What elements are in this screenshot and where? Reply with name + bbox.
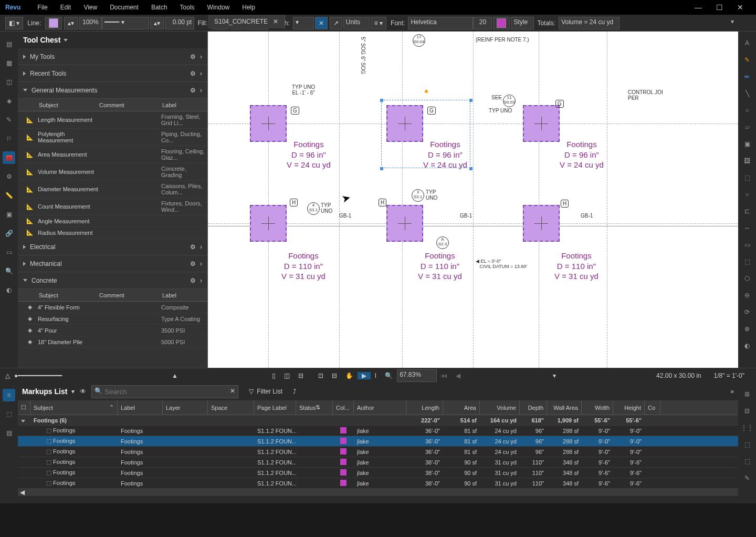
- col-height[interactable]: Height: [613, 400, 645, 415]
- tool-icon[interactable]: ↔: [741, 222, 753, 234]
- col-space[interactable]: Space: [208, 400, 254, 415]
- col-wall-area[interactable]: Wall Area: [547, 400, 582, 415]
- col-page[interactable]: Page Label: [254, 400, 296, 415]
- maximize-button[interactable]: ☐: [709, 3, 730, 12]
- menu-help[interactable]: Help: [236, 4, 261, 11]
- close-button[interactable]: ✕: [730, 3, 751, 12]
- clear-search-icon[interactable]: ✕: [230, 387, 235, 395]
- col-co[interactable]: Co: [645, 400, 660, 415]
- shape-tool-icon[interactable]: ○: [741, 104, 753, 117]
- selection-handle[interactable]: [469, 98, 473, 102]
- selection-handle[interactable]: [380, 167, 384, 171]
- hatch-select[interactable]: ▾: [293, 17, 314, 29]
- tool-icon[interactable]: ⬚: [741, 455, 753, 468]
- col-width[interactable]: Width: [582, 400, 613, 415]
- checkbox-header[interactable]: ☐: [18, 400, 30, 415]
- text-style-select[interactable]: Style: [511, 17, 534, 29]
- expand-icon[interactable]: ›: [200, 277, 202, 284]
- tool-row[interactable]: 📐 Angle Measurement: [18, 215, 207, 227]
- endcap-button[interactable]: ↗: [330, 17, 342, 29]
- col-comment[interactable]: Comment: [99, 102, 162, 108]
- page-scale[interactable]: 1/8" = 1'-0": [713, 372, 744, 379]
- horizontal-scrollbar[interactable]: ◀: [18, 489, 738, 496]
- section-my-tools[interactable]: My Tools ⚙ ›: [18, 48, 207, 65]
- gear-icon[interactable]: ⚙: [190, 53, 196, 60]
- font-select[interactable]: Helvetica: [408, 17, 473, 29]
- eraser-tool-icon[interactable]: ○: [741, 188, 753, 201]
- tool-row[interactable]: 📐 Count Measurement Fixtures, Doors, Win…: [18, 198, 207, 215]
- close-icon[interactable]: ✕: [273, 18, 278, 25]
- hide-markups-icon[interactable]: 👁: [80, 388, 86, 395]
- flags-icon[interactable]: ⚐: [3, 132, 15, 145]
- markups-row[interactable]: ⬚ Footings Footings S1.1.2 FOUN... jlake…: [18, 457, 738, 468]
- col-layer[interactable]: Layer: [163, 400, 208, 415]
- tool-row[interactable]: 📐 Radius Measurement: [18, 227, 207, 239]
- layers-icon[interactable]: ◈: [3, 95, 15, 107]
- prev-page-icon[interactable]: ◀: [452, 372, 465, 379]
- units-select[interactable]: Units: [343, 17, 370, 29]
- single-page-icon[interactable]: ▯: [268, 372, 280, 379]
- col-author[interactable]: Author: [354, 400, 406, 415]
- tool-row[interactable]: 📐 Length Measurement Framing, Steel, Gri…: [18, 111, 207, 129]
- properties-icon[interactable]: ⚙: [3, 170, 15, 183]
- tool-icon[interactable]: ⬡: [741, 272, 753, 285]
- zoom-icon[interactable]: 🔍: [381, 372, 397, 379]
- tool-row[interactable]: ◈ Resurfacing Type A Coating: [18, 313, 207, 325]
- section-general-measurements[interactable]: General Measurements ⚙ ›: [18, 82, 207, 99]
- gear-icon[interactable]: ⚙: [190, 260, 196, 267]
- markups-row[interactable]: ⬚ Footings Footings S1.1.2 FOUN... jlake…: [18, 478, 738, 489]
- tool-chest-header[interactable]: Tool Chest: [18, 32, 207, 48]
- line-tool-icon[interactable]: ╲: [741, 87, 753, 100]
- chevron-down-icon[interactable]: ▾: [71, 388, 75, 395]
- markups-list-icon[interactable]: ≡: [3, 389, 15, 401]
- tool-icon[interactable]: ▭: [741, 239, 753, 251]
- tool-chest-icon[interactable]: 🧰: [3, 151, 15, 164]
- font-size-select[interactable]: 20: [473, 17, 492, 29]
- gear-icon[interactable]: ⚙: [190, 277, 196, 284]
- tool-row[interactable]: 📐 Diameter Measurement Caissons, Piles, …: [18, 181, 207, 198]
- col-subject[interactable]: Subject⌃: [30, 400, 118, 415]
- drawing-canvas[interactable]: (REINF PER NOTE 7.) TYP UNOEL -1' - 6" S…: [208, 32, 738, 368]
- tool-row[interactable]: ◈ 4" Pour 3500 PSI: [18, 325, 207, 336]
- tool-row[interactable]: 📐 Volume Measurement Concrete, Grading: [18, 163, 207, 181]
- rotation-handle[interactable]: [424, 89, 428, 94]
- minimize-button[interactable]: —: [688, 3, 709, 12]
- menu-tools[interactable]: Tools: [174, 4, 201, 11]
- export-icon[interactable]: ⤴: [293, 388, 296, 395]
- tool-row[interactable]: ◈ 18" Diameter Pile 5000 PSI: [18, 336, 207, 348]
- gear-icon[interactable]: ⚙: [190, 70, 196, 77]
- stamp-tool-icon[interactable]: ▣: [741, 138, 753, 150]
- col-length[interactable]: Length: [406, 400, 443, 415]
- line-opacity-input[interactable]: 100%: [79, 17, 102, 29]
- col-label[interactable]: Label: [118, 400, 163, 415]
- pen-tool-icon[interactable]: ✏: [741, 70, 753, 83]
- crop-tool-icon[interactable]: ⬚: [741, 171, 753, 184]
- menu-edit[interactable]: Edit: [54, 4, 78, 11]
- tab-menu-chevron[interactable]: ▾: [731, 18, 734, 25]
- line-style-select[interactable]: ━━━━ ▾: [102, 17, 149, 29]
- section-concrete[interactable]: Concrete ⚙ ›: [18, 272, 207, 289]
- expand-icon[interactable]: ›: [200, 243, 202, 251]
- markups-row[interactable]: ⬚ Footings Footings S1.1.2 FOUN... jlake…: [18, 447, 738, 457]
- menu-window[interactable]: Window: [201, 4, 236, 11]
- image-tool-icon[interactable]: 🖼: [741, 154, 753, 167]
- col-volume[interactable]: Volume: [480, 400, 520, 415]
- footing-6[interactable]: [523, 205, 560, 242]
- section-mechanical[interactable]: Mechanical ⚙ ›: [18, 255, 207, 272]
- tool-row[interactable]: 📐 Area Measurement Flooring, Ceiling, Gl…: [18, 146, 207, 163]
- col-comment[interactable]: Comment: [99, 292, 162, 298]
- profile-button[interactable]: ◧ ▾: [5, 17, 23, 29]
- 3d-icon[interactable]: ⬚: [3, 408, 15, 420]
- text-tool-icon[interactable]: A: [741, 37, 753, 49]
- markups-title[interactable]: Markups List: [22, 387, 67, 396]
- align-button[interactable]: ≡ ▾: [371, 17, 386, 29]
- expand-icon[interactable]: ›: [200, 260, 202, 267]
- markups-row[interactable]: ⬚ Footings Footings S1.1.2 FOUN... jlake…: [18, 468, 738, 478]
- menu-batch[interactable]: Batch: [145, 4, 174, 11]
- triangle-icon[interactable]: △: [5, 372, 10, 379]
- bookmark-icon[interactable]: ◫: [3, 76, 15, 88]
- line-spin[interactable]: ▴▾: [64, 17, 78, 29]
- tool-row[interactable]: 📐 Polylength Measurement Piping, Ducting…: [18, 129, 207, 146]
- tool-icon[interactable]: ⋮⋮: [741, 421, 753, 434]
- text-select-icon[interactable]: I: [371, 372, 381, 379]
